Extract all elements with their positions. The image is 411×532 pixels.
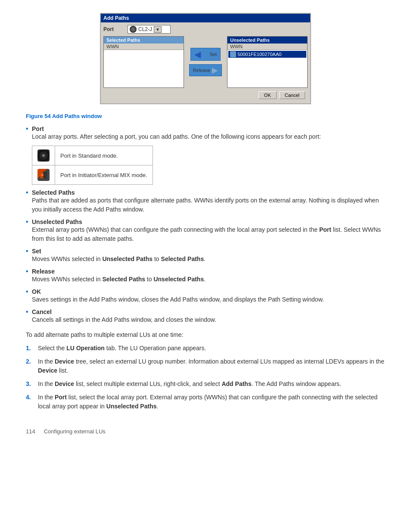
std-icon-label: Port in Standard mode.	[55, 146, 153, 165]
page-number: 114	[26, 428, 35, 435]
page-footer-text: Configuring external LUs	[44, 428, 106, 435]
unselected-paths-desc: External array ports (WWNs) that can con…	[32, 226, 381, 242]
port-dropdown-arrow[interactable]: ▼	[154, 26, 162, 33]
step-4: 4. In the Port list, select the local ar…	[26, 393, 385, 411]
figure-caption: Figure 54 Add Paths window	[26, 113, 385, 119]
numbered-steps: 1. Select the LU Operation tab. The LU O…	[26, 344, 385, 411]
page-footer: 114 Configuring external LUs	[26, 428, 385, 435]
list-item-port: Port Local array ports. After selecting …	[26, 125, 385, 185]
svg-point-2	[43, 155, 44, 156]
port-std-icon	[37, 149, 50, 162]
selected-paths-desc: Paths that are added as ports that confi…	[32, 197, 379, 213]
port-item-desc: Local array ports. After selecting a por…	[32, 133, 321, 140]
window-footer: OK Cancel	[103, 90, 308, 101]
step-4-text: In the Port list, select the local array…	[38, 393, 385, 411]
ok-button[interactable]: OK	[258, 91, 277, 99]
std-icon-svg	[40, 152, 47, 159]
step-4-num: 4.	[26, 393, 34, 411]
release-title: Release	[32, 268, 55, 275]
selected-paths-title: Selected Paths	[32, 189, 75, 196]
release-button[interactable]: Release ▶	[189, 64, 222, 76]
table-row: Port in Initiator/External MIX mode.	[32, 165, 153, 185]
selected-paths-panel: Selected Paths WWN	[103, 36, 184, 88]
selected-paths-header: Selected Paths	[104, 37, 184, 44]
port-mix-icon	[37, 169, 50, 181]
window-body: Port CL2-J ▼ Selected Paths WWN ◀ Set	[101, 22, 310, 103]
port-label: Port	[103, 26, 125, 32]
list-item-cancel: Cancel Cancels all settings in the Add P…	[26, 308, 385, 324]
table-row: Port in Standard mode.	[32, 146, 153, 165]
list-item-set: Set Moves WWNs selected in Unselected Pa…	[26, 248, 385, 264]
add-paths-window: Add Paths Port CL2-J ▼ Selected Paths WW…	[100, 13, 311, 104]
window-title: Add Paths	[103, 15, 129, 21]
step-1-num: 1.	[26, 344, 34, 353]
unselected-paths-header: Unselected Paths	[227, 37, 307, 44]
list-item-ok: OK Saves settings in the Add Paths windo…	[26, 288, 385, 304]
port-row: Port CL2-J ▼	[103, 25, 308, 34]
steps-intro: To add alternate paths to multiple exter…	[26, 330, 385, 339]
set-desc: Moves WWNs selected in Unselected Paths …	[32, 255, 206, 262]
cancel-title: Cancel	[32, 308, 52, 315]
ok-desc: Saves settings in the Add Paths window, …	[32, 296, 324, 303]
icon-table: Port in Standard mode. Port in Initiator…	[32, 146, 153, 185]
port-value: CL2-J	[138, 26, 152, 32]
panels-row: Selected Paths WWN ◀ Set Release ▶ Unsel…	[103, 36, 308, 88]
step-2-text: In the Device tree, select an external L…	[38, 357, 385, 375]
window-titlebar: Add Paths	[101, 14, 310, 22]
port-select-box[interactable]: CL2-J ▼	[128, 25, 171, 34]
release-desc: Moves WWNs selected in Selected Paths to…	[32, 276, 206, 283]
unselected-paths-content: 50001FE100270AA0	[227, 50, 307, 84]
set-btn-label: Set	[209, 52, 217, 57]
cancel-button[interactable]: Cancel	[279, 91, 305, 99]
step-3-num: 3.	[26, 380, 34, 389]
step-1: 1. Select the LU Operation tab. The LU O…	[26, 344, 385, 353]
port-icon	[130, 26, 137, 33]
port-item-title: Port	[32, 125, 44, 132]
selected-wwn-col: WWN	[104, 44, 184, 50]
svg-point-5	[41, 174, 44, 176]
step-2-num: 2.	[26, 357, 34, 375]
mix-icon-svg	[40, 171, 47, 179]
unselected-paths-title: Unselected Paths	[32, 218, 82, 225]
selected-paths-content	[104, 50, 184, 84]
svg-rect-4	[43, 171, 47, 178]
middle-buttons: ◀ Set Release ▶	[187, 36, 224, 88]
list-item-release: Release Moves WWNs selected in Selected …	[26, 268, 385, 284]
set-button[interactable]: ◀ Set	[190, 48, 221, 61]
section-list: Port Local array ports. After selecting …	[26, 125, 385, 324]
unselected-item-wwn: 50001FE100270AA0	[237, 52, 281, 57]
std-icon-cell	[32, 146, 55, 165]
mix-icon-cell	[32, 165, 55, 185]
step-1-text: Select the LU Operation tab. The LU Oper…	[38, 344, 385, 353]
step-3-text: In the Device list, select multiple exte…	[38, 380, 385, 389]
list-item-selected-paths: Selected Paths Paths that are added as p…	[26, 189, 385, 214]
unselected-paths-panel: Unselected Paths WWN 50001FE100270AA0	[227, 36, 308, 88]
release-btn-label: Release	[193, 68, 210, 73]
set-title: Set	[32, 248, 41, 255]
cancel-desc: Cancels all settings in the Add Paths wi…	[32, 316, 216, 323]
unselected-wwn-col: WWN	[227, 44, 307, 50]
step-3: 3. In the Device list, select multiple e…	[26, 380, 385, 389]
step-2: 2. In the Device tree, select an externa…	[26, 357, 385, 375]
ok-title: OK	[32, 288, 41, 295]
list-item-unselected-paths: Unselected Paths External array ports (W…	[26, 218, 385, 243]
set-arrow-icon: ◀	[194, 49, 201, 59]
release-arrow-icon: ▶	[212, 65, 218, 75]
unselected-item-icon	[230, 51, 236, 57]
mix-icon-label: Port in Initiator/External MIX mode.	[55, 165, 153, 185]
unselected-path-item[interactable]: 50001FE100270AA0	[228, 51, 306, 58]
